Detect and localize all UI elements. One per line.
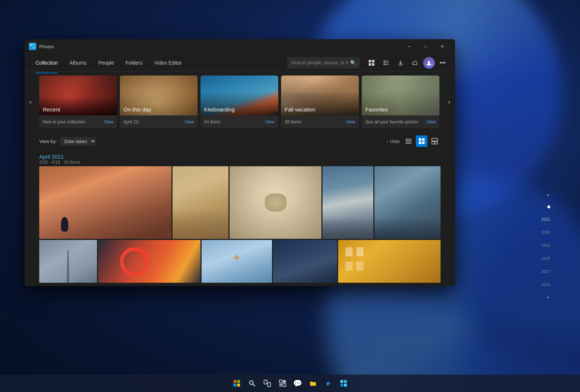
taskbar-photos-button[interactable] [337, 377, 350, 390]
view-mode-list-button[interactable] [403, 135, 414, 147]
svg-rect-5 [372, 60, 374, 62]
toolbar-right: ↑ Hide [386, 135, 441, 147]
taskbar-taskview-button[interactable] [261, 377, 274, 390]
search-box[interactable]: 🔍 [287, 57, 360, 69]
svg-rect-30 [279, 380, 282, 383]
featured-card-fall-vacation[interactable]: Fall vacation 38 items View [281, 75, 359, 128]
featured-next-button[interactable]: › [443, 91, 455, 113]
card-view-fall-vacation[interactable]: View [346, 119, 355, 124]
svg-line-27 [253, 384, 255, 386]
photo-cell-sea-rocks[interactable] [323, 166, 373, 239]
photo-cell-yellow-building[interactable] [338, 240, 441, 283]
card-title-on-this-day: On this day [123, 106, 151, 113]
view-toggle-button[interactable] [365, 56, 378, 69]
minimize-button[interactable]: ─ [401, 41, 417, 52]
featured-prev-button[interactable]: ‹ [25, 91, 36, 113]
search-input[interactable] [291, 60, 348, 65]
card-view-kiteboarding[interactable]: View [265, 119, 275, 124]
taskbar-start-button[interactable] [230, 377, 243, 390]
card-subtitle-recent: New in your collection [43, 119, 85, 124]
svg-rect-24 [234, 384, 236, 387]
search-icon: 🔍 [350, 60, 356, 66]
card-title-kiteboarding: Kiteboarding [204, 106, 235, 113]
svg-rect-0 [31, 44, 32, 46]
taskbar-edge-button[interactable]: e [322, 377, 335, 390]
cloud-button[interactable] [409, 56, 422, 69]
featured-card-on-this-day[interactable]: On this day April 23 View [120, 75, 198, 128]
card-subtitle-fall-vacation: 38 items [285, 119, 301, 124]
card-view-recent[interactable]: View [104, 119, 113, 124]
svg-rect-21 [435, 142, 438, 144]
hide-button[interactable]: ↑ Hide [386, 139, 400, 144]
featured-card-kiteboarding[interactable]: Kiteboarding 24 items View [200, 75, 278, 128]
photo-grid-row-2: ✦ [39, 240, 441, 283]
featured-card-favorites[interactable]: Favorites See all your favorite photos V… [362, 75, 439, 128]
photos-app-window: Photos ─ □ ✕ Collection Albums People Fo… [25, 39, 455, 286]
svg-rect-22 [234, 380, 236, 383]
svg-rect-36 [340, 384, 343, 387]
photo-cell-abstract[interactable] [98, 240, 200, 283]
photo-cell-coastal[interactable] [374, 166, 441, 239]
more-options-button[interactable]: ••• [436, 56, 449, 69]
view-by-label: View by: [39, 139, 57, 144]
section-month: April 2021 [39, 154, 441, 160]
view-mode-grid-large-button[interactable] [429, 135, 441, 147]
app-icon [29, 43, 36, 50]
nav-collection[interactable]: Collection [31, 57, 63, 69]
card-title-recent: Recent [43, 106, 60, 113]
view-by-section: View by: Date taken [39, 137, 96, 146]
card-view-on-this-day[interactable]: View [184, 119, 194, 124]
svg-rect-33 [283, 384, 286, 387]
import-button[interactable] [394, 56, 407, 69]
taskbar-explorer-button[interactable] [307, 377, 320, 390]
title-bar-controls: ─ □ ✕ [401, 41, 451, 52]
photo-cell-rocks[interactable] [39, 166, 171, 239]
svg-rect-31 [283, 380, 286, 383]
nav-video-editor[interactable]: Video Editor [149, 57, 187, 69]
card-bg-favorites: Favorites [362, 75, 439, 115]
app-title: Photos [39, 44, 54, 49]
title-bar-left: Photos [29, 43, 54, 50]
photo-cell-sea-dark[interactable] [273, 240, 337, 283]
card-view-favorites[interactable]: View [426, 119, 436, 124]
section-header: April 2021 4/10 - 4/18 24 items [39, 154, 441, 165]
svg-rect-17 [419, 142, 421, 144]
svg-rect-20 [432, 142, 434, 144]
featured-cards: Recent New in your collection View On th… [25, 75, 455, 128]
checklist-button[interactable] [380, 56, 393, 69]
taskbar-teams-button[interactable]: 💬 [291, 377, 304, 390]
svg-rect-25 [237, 384, 240, 387]
nav-folders[interactable]: Folders [121, 57, 148, 69]
user-avatar[interactable] [423, 57, 435, 69]
card-meta-fall-vacation: 38 items View [281, 115, 359, 128]
card-meta-favorites: See all your favorite photos View [362, 115, 439, 128]
maximize-button[interactable]: □ [417, 41, 434, 52]
content-area: ‹ Recent New in your collection View [25, 72, 455, 286]
view-mode-grid-medium-button[interactable] [416, 135, 427, 147]
grid-area: View by: Date taken ↑ Hide [25, 132, 455, 283]
photo-cell-city[interactable] [173, 166, 228, 239]
card-subtitle-favorites: See all your favorite photos [365, 119, 418, 124]
featured-card-recent[interactable]: Recent New in your collection View [39, 75, 117, 128]
card-meta-on-this-day: April 23 View [120, 115, 198, 128]
close-button[interactable]: ✕ [434, 41, 451, 52]
photo-cell-dog[interactable] [230, 166, 321, 239]
nav-bar: Collection Albums People Folders Video E… [25, 54, 455, 72]
taskbar-search-button[interactable] [246, 377, 259, 390]
nav-people[interactable]: People [93, 57, 119, 69]
taskbar-widgets-button[interactable] [276, 377, 289, 390]
card-bg-recent: Recent [39, 75, 117, 115]
photo-cell-eiffel[interactable] [39, 240, 97, 283]
svg-rect-32 [279, 384, 282, 387]
card-bg-kiteboarding: Kiteboarding [200, 75, 278, 115]
svg-rect-2 [31, 47, 32, 49]
nav-albums[interactable]: Albums [64, 57, 92, 69]
svg-rect-37 [344, 384, 347, 387]
card-bg-fall-vacation: Fall vacation [281, 75, 359, 115]
photo-cell-kite[interactable]: ✦ [202, 240, 272, 283]
up-arrow-icon: ↑ [386, 139, 389, 144]
view-by-select[interactable]: Date taken [60, 137, 96, 146]
svg-rect-34 [340, 380, 343, 383]
section-sub: 4/10 - 4/18 24 items [39, 160, 441, 165]
card-bg-on-this-day: On this day [120, 75, 198, 115]
